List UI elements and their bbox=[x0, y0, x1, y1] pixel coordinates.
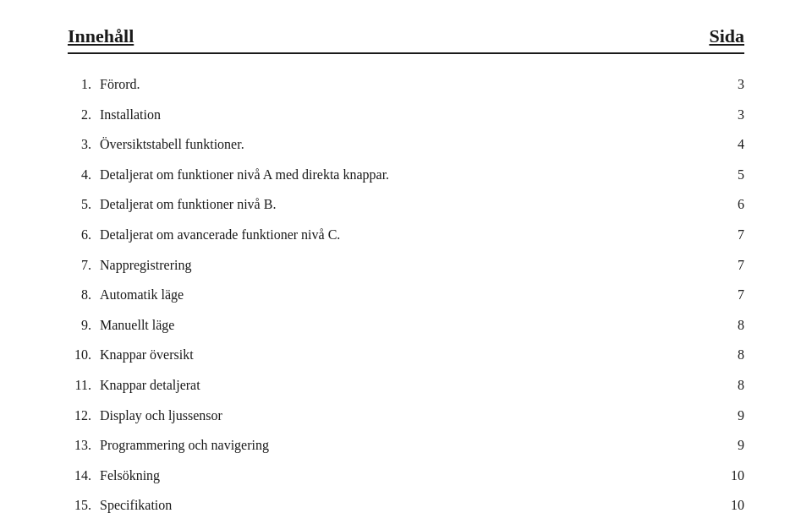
toc-row-left: 12. Display och ljussensor bbox=[68, 405, 222, 427]
toc-row-left: 6. Detaljerat om avancerade funktioner n… bbox=[68, 224, 340, 246]
toc-item-text: Översiktstabell funktioner. bbox=[100, 134, 244, 156]
table-row: 2. Installation 3 bbox=[68, 100, 744, 130]
toc-item-page: 7 bbox=[719, 284, 744, 306]
toc-item-number: 11. bbox=[68, 374, 91, 396]
toc-item-page: 8 bbox=[719, 374, 744, 396]
toc-item-page: 3 bbox=[719, 104, 744, 126]
table-row: 6. Detaljerat om avancerade funktioner n… bbox=[68, 220, 744, 250]
toc-title: Innehåll bbox=[68, 25, 134, 47]
toc-item-text: Installation bbox=[100, 104, 161, 126]
toc-item-number: 15. bbox=[68, 494, 91, 513]
table-row: 11. Knappar detaljerat 8 bbox=[68, 370, 744, 401]
toc-page-label: Sida bbox=[709, 25, 744, 47]
toc-item-text: Förord. bbox=[100, 74, 140, 96]
toc-item-text: Detaljerat om avancerade funktioner nivå… bbox=[100, 224, 340, 246]
toc-item-number: 4. bbox=[68, 164, 91, 186]
toc-item-text: Detaljerat om funktioner nivå A med dire… bbox=[100, 164, 389, 186]
table-row: 9. Manuellt läge 8 bbox=[68, 310, 744, 341]
table-row: 3. Översiktstabell funktioner. 4 bbox=[68, 129, 744, 160]
toc-row-left: 9. Manuellt läge bbox=[68, 314, 174, 336]
toc-item-text: Programmering och navigering bbox=[100, 434, 269, 456]
table-row: 4. Detaljerat om funktioner nivå A med d… bbox=[68, 160, 744, 190]
toc-row-left: 5. Detaljerat om funktioner nivå B. bbox=[68, 194, 276, 216]
toc-item-number: 8. bbox=[68, 284, 91, 306]
toc-row-left: 4. Detaljerat om funktioner nivå A med d… bbox=[68, 164, 389, 186]
toc-item-text: Specifikation bbox=[100, 494, 172, 513]
toc-item-page: 7 bbox=[719, 224, 744, 246]
toc-item-text: Nappregistrering bbox=[100, 254, 191, 276]
toc-row-left: 1. Förord. bbox=[68, 74, 140, 96]
table-of-contents: Innehåll Sida 1. Förord. 3 2. Installati… bbox=[68, 25, 744, 513]
table-row: 13. Programmering och navigering 9 bbox=[68, 430, 744, 461]
table-row: 8. Automatik läge 7 bbox=[68, 280, 744, 310]
toc-row-left: 11. Knappar detaljerat bbox=[68, 374, 200, 396]
table-row: 10. Knappar översikt 8 bbox=[68, 340, 744, 370]
toc-item-page: 8 bbox=[719, 314, 744, 336]
toc-row-left: 2. Installation bbox=[68, 104, 161, 126]
toc-item-text: Felsökning bbox=[100, 465, 160, 487]
toc-item-number: 12. bbox=[68, 405, 91, 427]
toc-item-page: 5 bbox=[719, 164, 744, 186]
toc-item-page: 3 bbox=[719, 74, 744, 96]
table-row: 1. Förord. 3 bbox=[68, 69, 744, 100]
toc-header: Innehåll Sida bbox=[68, 25, 744, 54]
toc-item-text: Automatik läge bbox=[100, 284, 184, 306]
toc-item-text: Knappar detaljerat bbox=[100, 374, 200, 396]
toc-item-number: 14. bbox=[68, 465, 91, 487]
toc-item-page: 8 bbox=[719, 344, 744, 366]
toc-item-number: 3. bbox=[68, 134, 91, 156]
toc-item-number: 1. bbox=[68, 74, 91, 96]
toc-item-number: 9. bbox=[68, 314, 91, 336]
table-row: 14. Felsökning 10 bbox=[68, 461, 744, 491]
toc-row-left: 8. Automatik läge bbox=[68, 284, 184, 306]
toc-item-text: Manuellt läge bbox=[100, 314, 174, 336]
toc-item-page: 4 bbox=[719, 134, 744, 156]
toc-item-number: 13. bbox=[68, 434, 91, 456]
toc-item-page: 9 bbox=[719, 405, 744, 427]
toc-item-text: Knappar översikt bbox=[100, 344, 194, 366]
toc-item-page: 10 bbox=[719, 465, 744, 487]
table-row: 7. Nappregistrering 7 bbox=[68, 250, 744, 281]
toc-row-left: 15. Specifikation bbox=[68, 494, 172, 513]
toc-item-number: 6. bbox=[68, 224, 91, 246]
toc-row-left: 14. Felsökning bbox=[68, 465, 160, 487]
toc-item-page: 6 bbox=[719, 194, 744, 216]
toc-item-number: 5. bbox=[68, 194, 91, 216]
toc-item-page: 7 bbox=[719, 254, 744, 276]
table-row: 12. Display och ljussensor 9 bbox=[68, 401, 744, 431]
toc-item-text: Detaljerat om funktioner nivå B. bbox=[100, 194, 276, 216]
table-row: 15. Specifikation 10 bbox=[68, 490, 744, 513]
toc-row-left: 10. Knappar översikt bbox=[68, 344, 194, 366]
toc-row-left: 7. Nappregistrering bbox=[68, 254, 191, 276]
toc-row-left: 13. Programmering och navigering bbox=[68, 434, 269, 456]
toc-item-page: 10 bbox=[719, 494, 744, 513]
toc-row-left: 3. Översiktstabell funktioner. bbox=[68, 134, 244, 156]
toc-item-page: 9 bbox=[719, 434, 744, 456]
table-row: 5. Detaljerat om funktioner nivå B. 6 bbox=[68, 189, 744, 220]
toc-item-number: 7. bbox=[68, 254, 91, 276]
toc-item-number: 2. bbox=[68, 104, 91, 126]
toc-rows: 1. Förord. 3 2. Installation 3 3. Översi… bbox=[68, 69, 744, 513]
toc-item-text: Display och ljussensor bbox=[100, 405, 222, 427]
toc-item-number: 10. bbox=[68, 344, 91, 366]
